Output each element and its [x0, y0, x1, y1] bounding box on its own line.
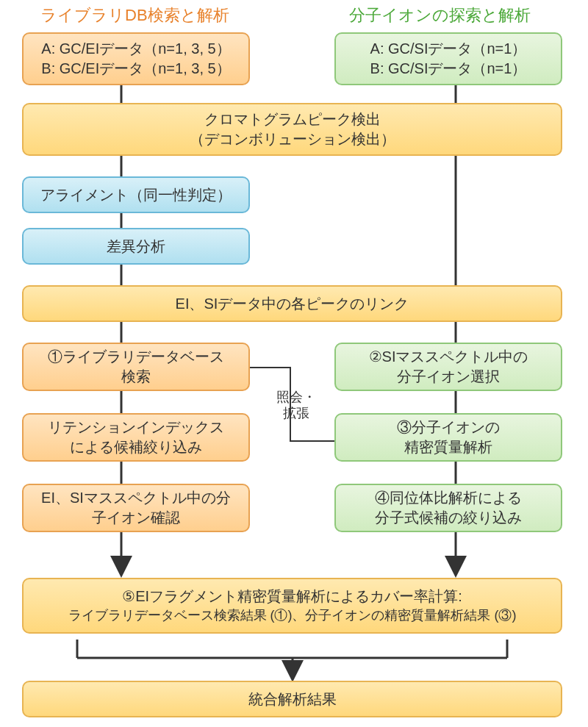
box-link: EI、SIデータ中の各ピークのリンク: [22, 285, 562, 322]
box-ei-si-ion: EI、SIマススペクトル中の分 子イオン確認: [22, 484, 250, 532]
link-text: EI、SIデータ中の各ピークのリンク: [176, 294, 409, 314]
lib-search-l1: ①ライブラリデータベース: [48, 347, 224, 367]
fragment-l2: ライブラリデータベース検索結果 (①)、分子イオンの精密質量解析結果 (③): [68, 606, 517, 624]
box-fragment: ⑤EIフラグメント精密質量解析によるカバー率計算: ライブラリデータベース検索結…: [22, 578, 562, 634]
box-si-data: A: GC/SIデータ（n=1） B: GC/SIデータ（n=1）: [334, 32, 562, 85]
box-result: 統合解析結果: [22, 681, 562, 717]
box-alignment: アライメント（同一性判定）: [22, 176, 250, 213]
chromatogram-l2: （デコンボリューション検出）: [190, 129, 395, 149]
mol-ion-l1: ③分子イオンの: [397, 418, 500, 437]
lib-search-l2: 検索: [121, 367, 151, 387]
chromatogram-l1: クロマトグラムピーク検出: [204, 110, 381, 129]
ei-si-ion-l2: 子イオン確認: [92, 508, 180, 528]
retention-l2: による候補絞り込み: [70, 437, 202, 457]
ei-data-line-a: A: GC/EIデータ（n=1, 3, 5）: [41, 39, 230, 59]
shoukai-l1: 照会・: [270, 390, 322, 406]
box-isotope: ④同位体比解析による 分子式候補の絞り込み: [334, 484, 562, 532]
box-mol-ion: ③分子イオンの 精密質量解析: [334, 413, 562, 462]
mol-ion-l2: 精密質量解析: [404, 437, 492, 457]
si-data-line-a: A: GC/SIデータ（n=1）: [370, 39, 527, 59]
box-lib-search: ①ライブラリデータベース 検索: [22, 343, 250, 391]
result-text: 統合解析結果: [248, 690, 337, 709]
isotope-l1: ④同位体比解析による: [375, 488, 522, 508]
annotation-shoukai: 照会・ 拡張: [270, 390, 322, 421]
box-chromatogram: クロマトグラムピーク検出 （デコンボリューション検出）: [22, 103, 562, 156]
ei-si-ion-l1: EI、SIマススペクトル中の分: [41, 488, 231, 508]
retention-l1: リテンションインデックス: [48, 418, 224, 437]
shoukai-l2: 拡張: [270, 406, 322, 422]
alignment-text: アライメント（同一性判定）: [40, 185, 232, 205]
box-si-mass: ②SIマススペクトル中の 分子イオン選択: [334, 343, 562, 391]
fragment-l1: ⑤EIフラグメント精密質量解析によるカバー率計算:: [122, 587, 462, 606]
header-right: 分子イオンの探索と解析: [349, 4, 531, 26]
box-diff: 差異分析: [22, 228, 250, 265]
header-left: ライブラリDB検索と解析: [40, 4, 229, 26]
ei-data-line-b: B: GC/EIデータ（n=1, 3, 5）: [41, 59, 230, 79]
si-mass-l2: 分子イオン選択: [397, 367, 500, 387]
diff-text: 差異分析: [107, 237, 165, 257]
isotope-l2: 分子式候補の絞り込み: [375, 508, 522, 528]
si-data-line-b: B: GC/SIデータ（n=1）: [370, 59, 527, 79]
box-ei-data: A: GC/EIデータ（n=1, 3, 5） B: GC/EIデータ（n=1, …: [22, 32, 250, 85]
box-retention: リテンションインデックス による候補絞り込み: [22, 413, 250, 462]
si-mass-l1: ②SIマススペクトル中の: [369, 347, 528, 367]
